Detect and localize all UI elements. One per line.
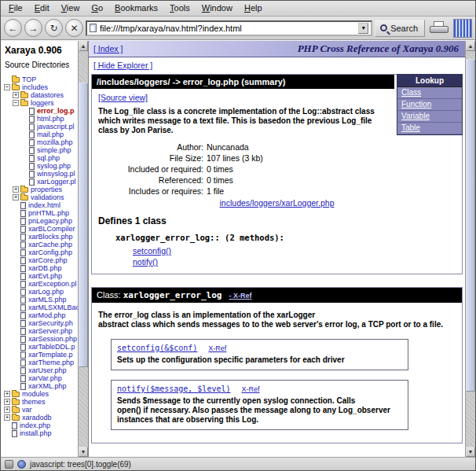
tree-item-modules[interactable]: +modules	[3, 390, 78, 398]
stop-button[interactable]: ✕	[65, 19, 83, 37]
tree-item-label[interactable]: html.php	[37, 115, 64, 123]
lookup-link-function[interactable]: Function	[401, 100, 431, 109]
tree-item-properties[interactable]: +properties	[3, 186, 78, 193]
tree-item-xarCore.php[interactable]: xarCore.php	[3, 256, 78, 264]
tree-item-label[interactable]: xarLog.php	[28, 288, 64, 296]
tree-item-xarDB.php[interactable]: xarDB.php	[3, 264, 78, 272]
menu-tools[interactable]: Tools	[164, 2, 196, 15]
tree-item-TOP[interactable]: TOP	[3, 75, 78, 83]
tree-item-xarXML.php[interactable]: xarXML.php	[3, 382, 78, 390]
tree-item-label[interactable]: xarException.pl	[28, 280, 77, 288]
lookup-item-class[interactable]: Class	[397, 87, 462, 99]
back-button[interactable]: ←	[4, 19, 22, 37]
tree-item-xarTableDDL.p[interactable]: xarTableDDL.p	[3, 343, 78, 351]
tree-item-loggers[interactable]: −loggers	[3, 99, 78, 107]
main-scroll-up-icon[interactable]: ▲	[466, 41, 475, 51]
tree-item-themes[interactable]: +themes	[3, 398, 78, 406]
tree-item-label[interactable]: xarBLCompiler	[28, 225, 75, 233]
tree-item-xarMLS.php[interactable]: xarMLS.php	[3, 296, 78, 304]
tree-item-label[interactable]: xarLogger.pl	[37, 178, 76, 186]
tree-item-label[interactable]: xarMLS.php	[28, 296, 67, 304]
url-bar[interactable]: file:///tmp/xaraya/nav.html?index.html ▾	[86, 20, 372, 36]
tree-item-index.html[interactable]: index.html	[3, 201, 78, 209]
tree-item-xarBlocks.php[interactable]: xarBlocks.php	[3, 233, 78, 241]
tree-item-datastores[interactable]: +datastores	[3, 91, 78, 99]
tree-item-xarLog.php[interactable]: xarLog.php	[3, 288, 78, 296]
function-signature-link[interactable]: setconfig(&$conf)	[117, 344, 197, 352]
tree-item-label[interactable]: xarCore.php	[28, 256, 68, 264]
tree-item-label[interactable]: mail.php	[37, 131, 64, 138]
tree-item-label[interactable]: xarSession.php	[28, 335, 77, 343]
xref-link[interactable]: X-Ref	[242, 385, 260, 393]
tree-item-xarCache.php[interactable]: xarCache.php	[3, 241, 78, 248]
tree-item-label[interactable]: xarConfig.php	[28, 248, 72, 256]
tree-item-label[interactable]: index.html	[28, 201, 60, 209]
main-scroll-thumb[interactable]	[466, 59, 475, 392]
plus-expander-icon[interactable]: +	[4, 399, 10, 405]
tree-item-syslog.php[interactable]: syslog.php	[3, 162, 78, 170]
tree-item-label[interactable]: xarXML.php	[28, 382, 67, 390]
tree-item-label[interactable]: mozilla.php	[37, 138, 73, 146]
tree-item-label[interactable]: pnLegacy.php	[28, 217, 72, 225]
sidebar-scroll-up-icon[interactable]: ▲	[79, 41, 88, 51]
printer-icon[interactable]	[429, 20, 449, 36]
url-input[interactable]: file:///tmp/xaraya/nav.html?index.html	[100, 24, 355, 33]
tree-item-label[interactable]: xarTheme.php	[28, 359, 74, 366]
tree-item-label[interactable]: index.php	[20, 421, 50, 429]
tree-item-includes[interactable]: −includes	[3, 83, 78, 91]
tree-item-xarTemplate.p[interactable]: xarTemplate.p	[3, 351, 78, 359]
sidebar-scroll-track[interactable]	[79, 51, 88, 447]
plus-expander-icon[interactable]: +	[4, 414, 10, 421]
include-file-link[interactable]: includes/loggers/xarLogger.php	[220, 198, 335, 208]
tree-item-label[interactable]: xarVar.php	[28, 374, 62, 382]
menu-window[interactable]: Window	[196, 2, 238, 15]
tree-item-label[interactable]: themes	[22, 398, 46, 406]
tree-item-label[interactable]: error_log.p	[37, 107, 75, 115]
method-link-notify[interactable]: notify()	[133, 256, 456, 267]
tree-item-error_log.p[interactable]: error_log.p	[3, 107, 78, 115]
tree-item-label[interactable]: install.php	[20, 429, 52, 437]
tree-item-label[interactable]: xarMod.php	[28, 311, 66, 319]
minus-expander-icon[interactable]: −	[4, 84, 10, 90]
hide-explorer-link[interactable]: [ Hide Explorer ]	[93, 61, 152, 70]
lookup-item-variable[interactable]: Variable	[397, 111, 462, 123]
tree-item-xarSession.php[interactable]: xarSession.php	[3, 335, 78, 343]
tree-item-xaradodb[interactable]: +xaradodb	[3, 414, 78, 421]
tree-item-label[interactable]: TOP	[22, 75, 36, 83]
tree-item-xarException.pl[interactable]: xarException.pl	[3, 280, 78, 288]
lookup-link-variable[interactable]: Variable	[401, 112, 430, 120]
tree-item-label[interactable]: pnHTML.php	[28, 209, 69, 217]
tree-item-label[interactable]: xarServer.php	[28, 327, 72, 335]
lookup-link-table[interactable]: Table	[401, 123, 420, 132]
tree-item-xarMod.php[interactable]: xarMod.php	[3, 311, 78, 319]
tree-item-label[interactable]: winsyslog.pl	[37, 170, 75, 178]
tree-item-label[interactable]: xarMLSXMLBac	[28, 304, 78, 311]
tree-item-xarBLCompiler[interactable]: xarBLCompiler	[3, 225, 78, 233]
tree-item-label[interactable]: var	[22, 406, 32, 414]
tree-item-label[interactable]: datastores	[31, 91, 64, 99]
tree-item-pnHTML.php[interactable]: pnHTML.php	[3, 209, 78, 217]
tree-item-label[interactable]: validations	[31, 193, 64, 201]
tree-item-label[interactable]: xarBlocks.php	[28, 233, 73, 241]
tree-item-html.php[interactable]: html.php	[3, 115, 78, 123]
tree-item-xarSecurity.ph[interactable]: xarSecurity.ph	[3, 319, 78, 327]
tree-item-xarTheme.php[interactable]: xarTheme.php	[3, 359, 78, 366]
tree-item-winsyslog.pl[interactable]: winsyslog.pl	[3, 170, 78, 178]
sidebar-scroll-thumb[interactable]	[79, 83, 88, 367]
class-xref-link[interactable]: - X-Ref	[229, 292, 252, 300]
tree-item-javascript.pl[interactable]: javascript.pl	[3, 123, 78, 131]
tree-item-pnLegacy.php[interactable]: pnLegacy.php	[3, 217, 78, 225]
tree-item-label[interactable]: syslog.php	[37, 162, 71, 170]
tree-item-mail.php[interactable]: mail.php	[3, 131, 78, 138]
lookup-link-class[interactable]: Class	[401, 88, 421, 97]
menu-edit[interactable]: Edit	[29, 2, 55, 15]
tree-item-label[interactable]: xarTemplate.p	[28, 351, 73, 359]
main-scroll-track[interactable]	[466, 51, 475, 447]
method-link-setconfig[interactable]: setconfig()	[133, 245, 456, 256]
source-view-link[interactable]: [Source view]	[98, 93, 148, 102]
menu-bookmarks[interactable]: Bookmarks	[109, 2, 163, 15]
plus-expander-icon[interactable]: +	[13, 186, 19, 193]
plus-expander-icon[interactable]: +	[4, 391, 10, 397]
menu-file[interactable]: File	[3, 2, 28, 15]
main-scrollbar[interactable]: ▲ ▼	[465, 41, 475, 457]
